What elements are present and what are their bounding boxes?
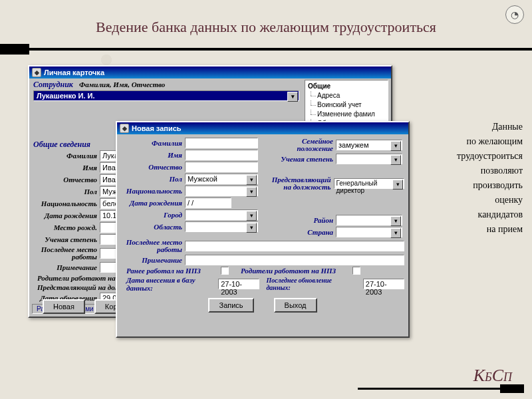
- name-label: Имя: [33, 164, 97, 172]
- region-combo[interactable]: [185, 221, 258, 232]
- section-employee: Сотрудник Фамилия, Имя, Отчество: [29, 78, 303, 90]
- degree2-label: Ученая степень: [267, 156, 333, 163]
- worked-npz-label: Ранее работал на НПЗ: [121, 267, 209, 275]
- parents-npz-checkbox[interactable]: [352, 267, 360, 275]
- degree-label: Ученая степень: [33, 235, 97, 243]
- tree-item[interactable]: Воинский учет: [308, 100, 385, 110]
- nationality2-combo[interactable]: [185, 186, 258, 196]
- city-label: Город: [121, 211, 182, 219]
- country-label: Страна: [267, 228, 333, 236]
- patronymic-label: Отчество: [33, 176, 97, 184]
- surname-label: Фамилия: [33, 152, 97, 160]
- position2-label: Представляющий на должность: [267, 176, 331, 191]
- dob2-input[interactable]: / /: [185, 198, 231, 208]
- slide-title: Ведение банка данных по желающим трудоус…: [0, 19, 532, 36]
- app-icon: ◆: [32, 68, 41, 77]
- window-title-2: Новая запись: [132, 124, 182, 132]
- birthplace-label: Место рожд.: [33, 223, 97, 231]
- region-label: Область: [121, 223, 182, 231]
- nationality2-label: Национальность: [121, 187, 182, 195]
- note2-input[interactable]: [185, 255, 404, 265]
- patronymic2-input[interactable]: [185, 162, 258, 172]
- fio-caption: Фамилия, Имя, Отчество: [79, 80, 165, 88]
- footer-deco-bar: [358, 388, 524, 390]
- degree2-combo[interactable]: [336, 154, 402, 164]
- entered-label: Дата внесения в базу данных:: [121, 276, 211, 292]
- entered-input[interactable]: 27-10-2003: [218, 279, 259, 289]
- tree-root[interactable]: Общие: [308, 82, 385, 91]
- window-new-record: ◆ Новая запись Фамилия Имя Отчество ПолМ…: [116, 121, 410, 338]
- save-button[interactable]: Запись: [208, 298, 253, 313]
- parents-npz-label: Родители работают на НПЗ: [241, 267, 340, 275]
- patronymic2-label: Отчество: [121, 163, 182, 171]
- app-icon: ◆: [120, 124, 129, 133]
- name2-input[interactable]: [185, 150, 258, 160]
- titlebar-new-record[interactable]: ◆ Новая запись: [117, 122, 408, 134]
- nationality-label: Национальность: [33, 200, 97, 207]
- new-button[interactable]: Новая: [43, 299, 85, 314]
- worked-npz-checkbox[interactable]: [221, 267, 229, 275]
- lastjob2-input[interactable]: [185, 241, 404, 251]
- note-label: Примечание: [33, 263, 97, 271]
- district-combo[interactable]: [336, 215, 402, 225]
- lastjob-label: Последнее место работы: [33, 246, 97, 261]
- marital-label: Семейное положение: [267, 138, 333, 152]
- country-combo[interactable]: [336, 227, 402, 237]
- tree-item[interactable]: Изменение фамил: [308, 110, 385, 119]
- dob-label: Дата рождения: [33, 211, 97, 219]
- titlebar-personal-card[interactable]: ◆ Личная карточка: [29, 66, 391, 78]
- marital-combo[interactable]: замужем: [336, 140, 402, 150]
- exit-button[interactable]: Выход: [274, 298, 317, 313]
- sex2-combo[interactable]: Мужской: [185, 174, 258, 184]
- surname2-input[interactable]: [185, 138, 258, 148]
- window-title: Личная карточка: [44, 68, 104, 76]
- sidebar-caption: Данные по желающим трудоустроиться позво…: [443, 120, 523, 237]
- updated2-label: Последнее обновление данных:: [266, 277, 356, 291]
- updated2-input[interactable]: 27-10-2003: [363, 279, 404, 289]
- city-combo[interactable]: [185, 209, 258, 220]
- dob2-label: Дата рождения: [121, 199, 182, 207]
- surname2-label: Фамилия: [121, 139, 182, 147]
- lastjob2-label: Последнее место работы: [121, 239, 182, 253]
- position2-combo[interactable]: Генеральный директор: [334, 178, 404, 189]
- title-deco-bar: [0, 48, 532, 51]
- sex-label: Пол: [33, 188, 97, 196]
- name2-label: Имя: [121, 151, 182, 159]
- tree-item[interactable]: Адреса: [308, 91, 385, 100]
- sex2-label: Пол: [121, 175, 182, 183]
- note2-label: Примечание: [121, 256, 182, 264]
- district-label: Район: [267, 216, 333, 224]
- fio-combo[interactable]: Лукашенко И. И.: [33, 90, 299, 101]
- footer-brand: КБСП: [473, 366, 512, 386]
